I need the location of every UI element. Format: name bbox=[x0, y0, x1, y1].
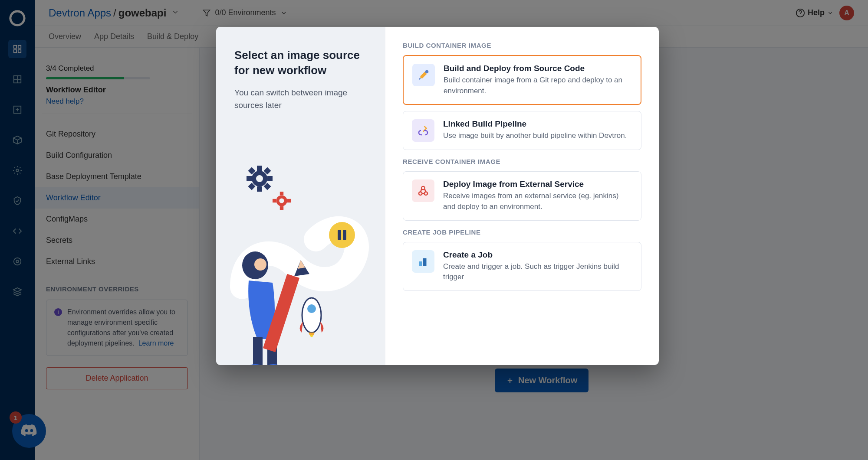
illustration-icon bbox=[216, 153, 385, 365]
svg-rect-38 bbox=[343, 230, 346, 240]
section-job: CREATE JOB PIPELINE bbox=[403, 228, 641, 236]
modal-right-panel: BUILD CONTAINER IMAGE Build and Deploy f… bbox=[385, 27, 659, 365]
option-external-service[interactable]: Deploy Image from External Service Recei… bbox=[403, 171, 641, 220]
option-title: Build and Deploy from Source Code bbox=[444, 64, 632, 73]
svg-point-48 bbox=[302, 298, 321, 333]
svg-rect-22 bbox=[257, 186, 262, 192]
svg-point-36 bbox=[329, 222, 355, 248]
svg-rect-31 bbox=[280, 192, 283, 195]
link-tools-icon bbox=[412, 119, 434, 142]
svg-rect-23 bbox=[247, 176, 252, 181]
option-title: Deploy Image from External Service bbox=[443, 179, 632, 189]
modal-left-panel: Select an image source for new workflow … bbox=[216, 27, 385, 365]
option-desc: Build container image from a Git repo an… bbox=[444, 75, 632, 96]
svg-rect-24 bbox=[267, 176, 273, 181]
svg-point-49 bbox=[307, 304, 316, 313]
svg-point-50 bbox=[425, 70, 429, 74]
section-build: BUILD CONTAINER IMAGE bbox=[403, 42, 641, 49]
svg-rect-37 bbox=[338, 230, 341, 240]
tools-icon bbox=[412, 64, 435, 86]
option-create-job[interactable]: Create a Job Create and trigger a job. S… bbox=[403, 242, 641, 291]
modal-subtitle: You can switch between image sources lat… bbox=[234, 87, 367, 111]
option-build-deploy-source[interactable]: Build and Deploy from Source Code Build … bbox=[403, 55, 641, 105]
svg-rect-32 bbox=[280, 206, 283, 210]
svg-point-40 bbox=[254, 258, 266, 271]
option-desc: Create and trigger a job. Such as trigge… bbox=[443, 261, 632, 283]
svg-rect-55 bbox=[423, 258, 427, 266]
svg-point-29 bbox=[256, 175, 263, 182]
svg-rect-54 bbox=[419, 261, 422, 266]
option-desc: Receive images from an external service … bbox=[443, 191, 632, 212]
svg-rect-33 bbox=[273, 199, 276, 202]
option-title: Linked Build Pipeline bbox=[443, 119, 627, 129]
svg-rect-41 bbox=[253, 337, 263, 365]
section-receive: RECEIVE CONTAINER IMAGE bbox=[403, 158, 641, 165]
option-title: Create a Job bbox=[443, 250, 632, 260]
job-icon bbox=[412, 250, 434, 273]
modal-title: Select an image source for new workflow bbox=[234, 48, 367, 78]
webhook-icon bbox=[412, 179, 434, 202]
svg-rect-34 bbox=[287, 199, 291, 202]
option-desc: Use image built by another build pipelin… bbox=[443, 130, 627, 141]
option-linked-pipeline[interactable]: Linked Build Pipeline Use image built by… bbox=[403, 111, 641, 150]
image-source-modal: Select an image source for new workflow … bbox=[216, 27, 659, 365]
svg-rect-21 bbox=[257, 166, 262, 171]
svg-point-53 bbox=[421, 186, 425, 190]
svg-point-35 bbox=[279, 198, 284, 203]
